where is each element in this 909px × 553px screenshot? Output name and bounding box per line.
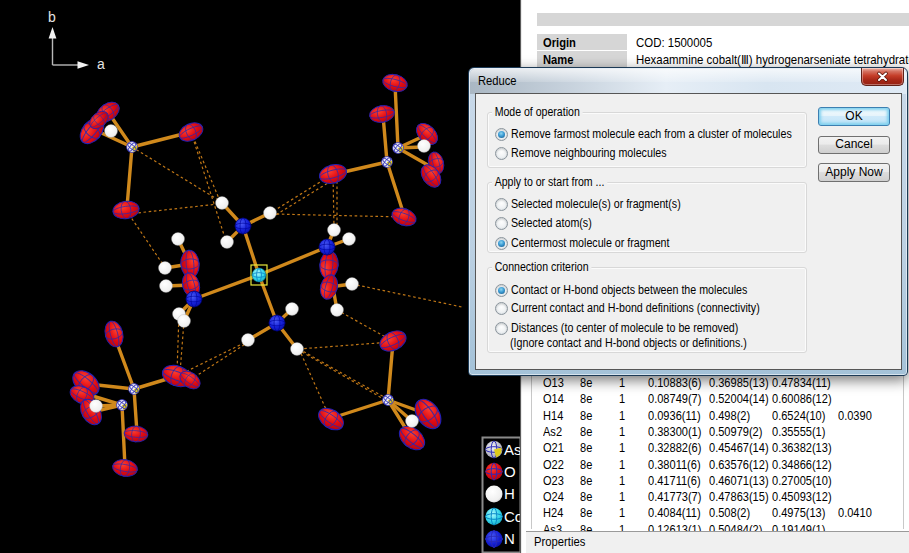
svg-text:N: N [504, 530, 515, 547]
